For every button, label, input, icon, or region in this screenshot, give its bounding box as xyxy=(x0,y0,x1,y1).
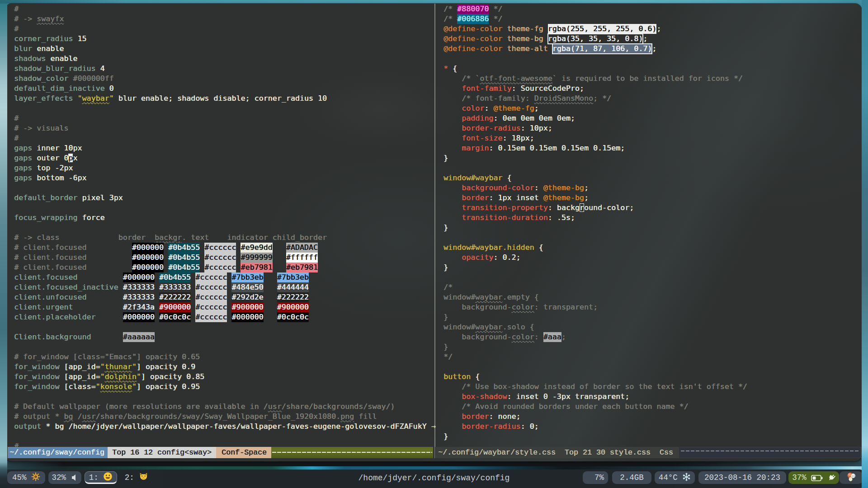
svg-text:13: 13 xyxy=(851,474,855,478)
